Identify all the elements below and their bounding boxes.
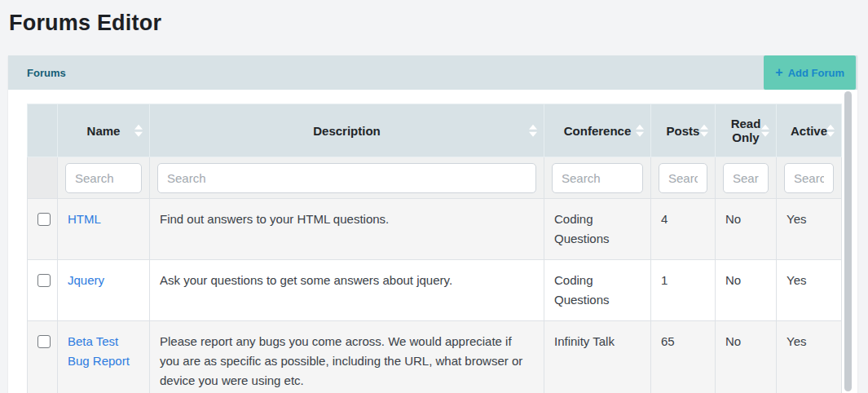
cell-conference: Coding Questions — [544, 260, 651, 321]
search-input-posts[interactable] — [659, 163, 707, 193]
row-select-cell — [28, 199, 58, 260]
forums-table: Name Description Conference Posts — [27, 104, 842, 393]
search-input-read-only[interactable] — [723, 163, 769, 193]
search-cell-empty — [28, 157, 58, 199]
header-conference-label: Conference — [564, 124, 632, 138]
panel-title: Forums — [27, 67, 66, 79]
search-input-description[interactable] — [157, 163, 536, 193]
header-active-label: Active — [791, 124, 827, 138]
table-row: JqueryAsk your questions to get some ans… — [28, 260, 842, 321]
cell-active: Yes — [777, 199, 842, 260]
vertical-scrollbar-thumb[interactable] — [844, 91, 852, 391]
search-cell-name — [58, 157, 150, 199]
table-search-row — [28, 157, 842, 199]
panel-header: Forums + Add Forum — [8, 55, 857, 90]
cell-description: Please report any bugs you come across. … — [150, 321, 544, 393]
forums-panel: Forums + Add Forum Name Desc — [8, 55, 857, 393]
table-row: Beta Test Bug ReportPlease report any bu… — [28, 321, 842, 393]
sort-icon[interactable] — [529, 125, 537, 137]
cell-active: Yes — [777, 260, 842, 321]
search-input-conference[interactable] — [552, 163, 643, 193]
cell-read-only: No — [716, 260, 777, 321]
cell-active: Yes — [777, 321, 842, 393]
add-forum-button[interactable]: + Add Forum — [764, 55, 856, 90]
header-active[interactable]: Active — [777, 104, 842, 157]
page-title: Forums Editor — [0, 0, 868, 36]
forum-name-link[interactable]: Beta Test Bug Report — [68, 334, 130, 368]
cell-name: Jquery — [58, 260, 150, 321]
search-cell-read-only — [716, 157, 777, 199]
header-description[interactable]: Description — [150, 104, 544, 157]
sort-icon[interactable] — [761, 125, 769, 137]
row-select-cell — [28, 321, 58, 393]
add-forum-label: Add Forum — [788, 67, 844, 79]
cell-conference: Infinity Talk — [544, 321, 651, 393]
header-select — [28, 104, 58, 157]
search-cell-posts — [651, 157, 716, 199]
header-read-only-label: Read Only — [731, 117, 761, 144]
search-cell-conference — [544, 157, 651, 199]
cell-posts: 65 — [651, 321, 716, 393]
sort-icon[interactable] — [826, 125, 835, 137]
search-cell-description — [150, 157, 544, 199]
cell-conference: Coding Questions — [544, 199, 651, 260]
cell-read-only: No — [716, 321, 777, 393]
cell-read-only: No — [716, 199, 777, 260]
sort-icon[interactable] — [636, 125, 644, 137]
header-posts-label: Posts — [667, 124, 700, 138]
panel-body: Name Description Conference Posts — [8, 90, 857, 393]
header-name-label: Name — [87, 124, 121, 138]
cell-posts: 4 — [651, 199, 716, 260]
header-name[interactable]: Name — [58, 104, 150, 157]
cell-name: HTML — [58, 199, 150, 260]
plus-icon: + — [775, 66, 782, 79]
header-description-label: Description — [313, 124, 381, 138]
sort-icon[interactable] — [134, 125, 143, 137]
row-checkbox[interactable] — [37, 213, 51, 226]
row-checkbox[interactable] — [37, 274, 51, 287]
forum-name-link[interactable]: HTML — [68, 212, 101, 226]
table-row: HTMLFind out answers to your HTML questi… — [28, 199, 842, 260]
cell-posts: 1 — [651, 260, 716, 321]
forum-name-link[interactable]: Jquery — [68, 273, 104, 287]
row-select-cell — [28, 260, 58, 321]
row-checkbox[interactable] — [37, 335, 51, 348]
cell-description: Ask your questions to get some answers a… — [150, 260, 544, 321]
cell-name: Beta Test Bug Report — [58, 321, 150, 393]
cell-description: Find out answers to your HTML questions. — [150, 199, 544, 260]
sort-icon[interactable] — [700, 125, 708, 137]
header-conference[interactable]: Conference — [544, 104, 651, 157]
search-input-name[interactable] — [65, 163, 142, 193]
search-input-active[interactable] — [784, 163, 834, 193]
forums-table-body: HTMLFind out answers to your HTML questi… — [28, 199, 842, 393]
header-read-only[interactable]: Read Only — [716, 104, 777, 157]
search-cell-active — [777, 157, 842, 199]
table-header-row: Name Description Conference Posts — [28, 104, 842, 157]
header-posts[interactable]: Posts — [651, 104, 716, 157]
